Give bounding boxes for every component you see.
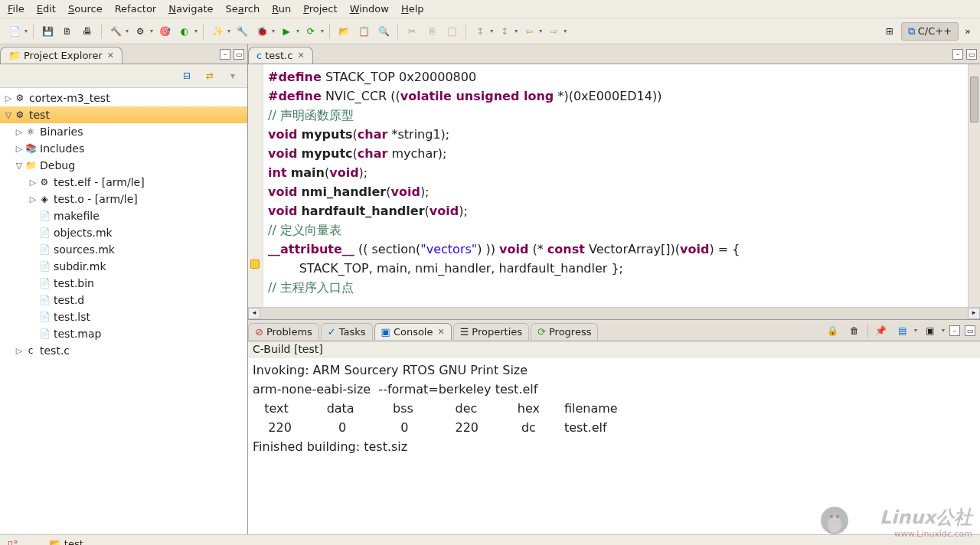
lock-icon[interactable]: 🔒 [825, 322, 841, 339]
menu-source[interactable]: Source [68, 3, 103, 15]
tab-properties[interactable]: ☰Properties [453, 323, 529, 340]
view-menu-icon[interactable]: ▾ [224, 67, 241, 84]
perspective-cpp[interactable]: ⧉ C/C++ [901, 22, 959, 41]
twisty-icon[interactable]: ▷ [14, 346, 24, 356]
tree-item[interactable]: ▷⚙test.elf - [arm/le] [0, 174, 247, 191]
tree-item[interactable]: 📄objects.mk [0, 224, 247, 241]
tree-item-label: test.c [40, 344, 70, 357]
back-icon[interactable]: ⇦ [521, 23, 537, 40]
open-perspective-icon[interactable]: ⊞ [881, 23, 898, 40]
minimize-icon[interactable]: – [952, 49, 963, 60]
fwd-icon[interactable]: ⇨ [545, 23, 562, 40]
twisty-icon[interactable]: ▷ [3, 93, 14, 103]
tree-item[interactable]: 📄subdir.mk [0, 258, 247, 275]
tree-item[interactable]: 📄test.lst [0, 308, 247, 325]
twisty-icon[interactable]: ▷ [28, 178, 38, 188]
save-icon[interactable]: 💾 [39, 23, 56, 40]
horizontal-scrollbar[interactable]: ◂▸ [248, 307, 980, 319]
warning-marker-icon[interactable] [250, 259, 260, 269]
menu-edit[interactable]: Edit [37, 3, 56, 15]
tree-item-label: Binaries [40, 126, 83, 138]
nav1-icon[interactable]: ↕ [472, 23, 488, 40]
tab-tasks[interactable]: ✓Tasks [321, 323, 373, 340]
ext-run-icon[interactable]: ⟳ [302, 23, 319, 40]
collapse-all-icon[interactable]: ⊟ [178, 67, 195, 84]
menu-file[interactable]: File [8, 3, 24, 15]
wand-icon[interactable]: 🔧 [234, 23, 250, 40]
menu-search[interactable]: Search [226, 3, 260, 15]
paste-icon[interactable]: 📋 [443, 23, 460, 40]
menu-navigate[interactable]: Navigate [168, 3, 213, 15]
twisty-icon[interactable]: ▽ [14, 161, 24, 171]
save-all-icon[interactable]: 🗎 [59, 23, 76, 40]
editor-tab-test-c[interactable]: c test.c ✕ [248, 47, 313, 64]
close-icon[interactable]: ✕ [107, 51, 114, 60]
cut-icon[interactable]: ✂ [403, 23, 420, 40]
console-header: C-Build [test] [248, 341, 980, 357]
search-icon[interactable]: 🔍 [375, 23, 392, 40]
twisty-icon[interactable]: ▷ [28, 194, 38, 204]
copy-icon[interactable]: ⎘ [423, 23, 440, 40]
project-tree[interactable]: ▷⚙cortex-m3_test▽⚙test▷⚛Binaries▷📚Includ… [0, 88, 247, 534]
close-icon[interactable]: ✕ [437, 327, 444, 337]
maximize-icon[interactable]: ▭ [966, 49, 977, 60]
tree-item[interactable]: ▷ctest.c [0, 342, 247, 359]
tree-item[interactable]: ▽⚙test [0, 106, 247, 123]
menu-window[interactable]: Window [350, 3, 389, 15]
build-icon[interactable]: 🔨 [107, 23, 124, 40]
maximize-icon[interactable]: ▭ [234, 49, 244, 60]
file-icon: 📄 [38, 227, 51, 239]
tree-item-label: Includes [40, 142, 84, 155]
tree-item[interactable]: 📄test.d [0, 292, 247, 308]
target-icon[interactable]: 🎯 [156, 23, 173, 40]
maximize-icon[interactable]: ▭ [965, 325, 975, 336]
magic-icon[interactable]: ✨ [209, 23, 226, 40]
tree-item-label: test.elf - [arm/le] [54, 176, 145, 188]
tab-problems[interactable]: ⊘Problems [248, 323, 319, 340]
debug-icon[interactable]: 🐞 [253, 23, 270, 40]
twisty-icon[interactable]: ▽ [3, 110, 14, 120]
pin-icon[interactable]: 📌 [873, 322, 890, 339]
tree-item[interactable]: ▷📚Includes [0, 140, 247, 157]
obj-icon: ◈ [38, 193, 51, 205]
tree-item[interactable]: 📄test.map [0, 325, 247, 342]
properties-icon: ☰ [460, 326, 469, 338]
close-icon[interactable]: ✕ [297, 51, 304, 60]
print-icon[interactable]: 🖶 [79, 23, 96, 40]
minimize-icon[interactable]: – [949, 325, 960, 336]
code-editor[interactable]: #define STACK_TOP 0x20000800 #define NVI… [263, 64, 968, 307]
new-icon[interactable]: 📄 [6, 23, 23, 40]
link-editor-icon[interactable]: ⇄ [201, 67, 218, 84]
tab-console[interactable]: ▣Console✕ [374, 323, 452, 340]
file-icon: 📄 [38, 210, 51, 222]
minimize-icon[interactable]: – [220, 49, 230, 60]
console-output[interactable]: Invoking: ARM Sourcery RTOS GNU Print Si… [248, 357, 980, 534]
tree-item[interactable]: ▷⚙cortex-m3_test [0, 90, 247, 106]
menu-refactor[interactable]: Refactor [115, 3, 157, 15]
run-icon[interactable]: ▶ [278, 23, 295, 40]
tree-item[interactable]: 📄sources.mk [0, 241, 247, 258]
status-project: 📂 test [49, 538, 83, 545]
tree-item[interactable]: ▽📁Debug [0, 157, 247, 174]
clear-console-icon[interactable]: 🗑 [846, 322, 863, 339]
vertical-scrollbar[interactable] [968, 64, 980, 307]
tree-item[interactable]: ▷◈test.o - [arm/le] [0, 191, 247, 207]
build-all-icon[interactable]: ⚙ [132, 23, 149, 40]
mode-icon[interactable]: ◐ [176, 23, 193, 40]
tab-progress[interactable]: ⟳Progress [531, 323, 598, 340]
tree-item[interactable]: 📄test.bin [0, 275, 247, 292]
project-explorer-tab[interactable]: 📁 Project Explorer ✕ [0, 47, 122, 64]
menu-help[interactable]: Help [401, 3, 424, 15]
more-perspectives[interactable]: » [962, 25, 974, 37]
tree-item[interactable]: 📄makefile [0, 207, 247, 224]
open-task-icon[interactable]: 📋 [355, 23, 372, 40]
menu-run[interactable]: Run [272, 3, 291, 15]
menu-project[interactable]: Project [303, 3, 338, 15]
nav2-icon[interactable]: ↕ [496, 23, 513, 40]
open-type-icon[interactable]: 📂 [335, 23, 352, 40]
tree-item[interactable]: ▷⚛Binaries [0, 123, 247, 140]
twisty-icon[interactable]: ▷ [14, 144, 24, 154]
display-icon[interactable]: ▤ [894, 322, 911, 339]
open-console-icon[interactable]: ▣ [922, 322, 939, 339]
twisty-icon[interactable]: ▷ [14, 127, 24, 137]
